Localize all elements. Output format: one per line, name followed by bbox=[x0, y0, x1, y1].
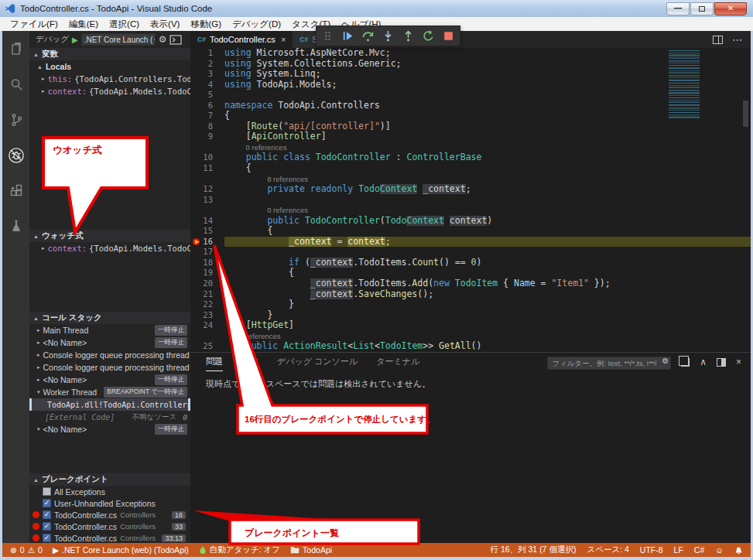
gutter[interactable]: 22 bbox=[190, 299, 224, 310]
menu-item[interactable]: 移動(G) bbox=[185, 18, 227, 31]
indentation[interactable]: スペース: 4 bbox=[587, 545, 628, 555]
test-explorer-icon[interactable] bbox=[8, 218, 25, 235]
gutter[interactable] bbox=[190, 142, 224, 153]
close-panel-icon[interactable]: × bbox=[736, 357, 741, 367]
close-tab-icon[interactable]: × bbox=[279, 35, 286, 44]
menu-item[interactable]: 編集(E) bbox=[63, 18, 104, 31]
gutter[interactable]: 21 bbox=[190, 289, 224, 300]
tab-todocontroller[interactable]: C# TodoController.cs × bbox=[190, 31, 293, 48]
search-icon[interactable] bbox=[8, 76, 25, 93]
gutter[interactable]: 4 bbox=[190, 80, 224, 90]
gutter[interactable]: 6 bbox=[190, 101, 224, 111]
panel-tab-出力[interactable]: 出力 bbox=[241, 353, 258, 371]
problems-status[interactable]: ⊗0⚠0 bbox=[10, 545, 43, 555]
editor-scrollbar[interactable] bbox=[743, 101, 748, 127]
gutter[interactable]: 25 bbox=[190, 341, 224, 352]
explorer-icon[interactable] bbox=[8, 40, 25, 57]
gutter[interactable]: 11 bbox=[190, 163, 224, 174]
callstack-thread[interactable]: ▸<No Name>一時停止 bbox=[29, 336, 190, 349]
minimap[interactable] bbox=[669, 50, 700, 118]
stack-frame[interactable]: TodoApi.dll!TodoApi.Controllers.TodoCo bbox=[29, 398, 190, 411]
restart-icon[interactable] bbox=[423, 30, 434, 42]
maximize-panel-icon[interactable]: ∧ bbox=[700, 357, 707, 367]
gutter[interactable]: 10 bbox=[190, 152, 224, 163]
close-button[interactable]: ✕ bbox=[714, 2, 747, 15]
gutter[interactable]: 1 bbox=[190, 48, 224, 59]
source-control-icon[interactable] bbox=[8, 111, 25, 128]
breakpoint-row[interactable]: ✓TodoController.csControllers33:13 bbox=[29, 532, 190, 543]
callstack-thread[interactable]: ▸Main Thread一時停止 bbox=[29, 324, 190, 336]
gutter[interactable]: 19 bbox=[190, 268, 224, 278]
variables-section-header[interactable]: ▲変数 bbox=[29, 48, 190, 60]
encoding[interactable]: UTF-8 bbox=[640, 545, 663, 555]
breakpoint-row[interactable]: All Exceptions bbox=[29, 486, 190, 497]
gutter[interactable]: 23 bbox=[190, 310, 224, 321]
eol[interactable]: LF bbox=[674, 545, 683, 555]
gutter[interactable]: 13 bbox=[190, 195, 224, 206]
variable-row[interactable]: ▸context:{TodoApi.Models.TodoContext} bbox=[29, 85, 190, 97]
panel-tab-ターミナル[interactable]: ターミナル bbox=[376, 353, 419, 371]
debug-icon[interactable] bbox=[8, 147, 25, 164]
notifications-bell-icon[interactable] bbox=[734, 545, 743, 555]
breakpoint-checkbox[interactable]: ✓ bbox=[43, 534, 51, 542]
maximize-button[interactable] bbox=[690, 2, 714, 15]
panel-tab-デバッグ コンソール[interactable]: デバッグ コンソール bbox=[277, 353, 358, 371]
drag-handle-icon[interactable] bbox=[322, 30, 334, 42]
minimize-button[interactable]: — bbox=[666, 2, 690, 15]
gutter[interactable] bbox=[190, 331, 224, 342]
gutter[interactable]: 12 bbox=[190, 184, 224, 195]
filter-input[interactable] bbox=[547, 357, 671, 370]
continue-icon[interactable] bbox=[342, 30, 354, 42]
stop-icon[interactable] bbox=[443, 30, 454, 42]
breakpoint-row[interactable]: ✓TodoController.csControllers16 bbox=[29, 509, 190, 521]
gutter[interactable]: 7 bbox=[190, 111, 224, 121]
step-over-icon[interactable] bbox=[362, 30, 374, 42]
gutter[interactable]: 24 bbox=[190, 320, 224, 331]
more-actions-icon[interactable]: ⋯ bbox=[732, 34, 743, 46]
gutter[interactable]: 9 bbox=[190, 131, 224, 142]
configure-gear-icon[interactable]: ⚙ bbox=[159, 34, 167, 45]
launch-config-select[interactable]: .NET Core Launch ( ▼ bbox=[81, 33, 156, 46]
locals-scope-row[interactable]: ▲Locals bbox=[29, 60, 190, 73]
watch-section-header[interactable]: ▲ウォッチ式 bbox=[29, 230, 190, 242]
step-out-icon[interactable] bbox=[402, 30, 414, 42]
menu-item[interactable]: 表示(V) bbox=[145, 18, 185, 31]
extensions-icon[interactable] bbox=[8, 183, 25, 200]
breakpoint-checkbox[interactable]: ✓ bbox=[43, 499, 51, 507]
menu-item[interactable]: デバッグ(D) bbox=[227, 18, 286, 31]
gutter[interactable] bbox=[190, 205, 224, 216]
gutter[interactable]: 20 bbox=[190, 278, 224, 289]
callstack-thread[interactable]: ▾<No Name>一時停止 bbox=[29, 423, 190, 435]
callstack-thread[interactable]: ▸Console logger queue processing thread一… bbox=[29, 349, 190, 361]
gutter[interactable]: 17 bbox=[190, 247, 224, 258]
breakpoint-row[interactable]: ✓TodoController.csControllers33 bbox=[29, 521, 190, 532]
split-editor-icon[interactable] bbox=[713, 36, 723, 44]
copy-icon[interactable] bbox=[681, 358, 690, 367]
filter-icon[interactable]: ⚙ bbox=[662, 357, 669, 365]
watch-row[interactable]: ▸context:{TodoApi.Models.TodoContext} bbox=[29, 242, 190, 254]
panel-position-icon[interactable] bbox=[717, 358, 726, 367]
menu-item[interactable]: 選択(C) bbox=[104, 18, 145, 31]
callstack-section-header[interactable]: ▲コール スタック bbox=[29, 312, 190, 324]
gutter[interactable]: 14 bbox=[190, 216, 224, 227]
menu-item[interactable]: ファイル(F) bbox=[5, 18, 63, 31]
language-mode[interactable]: C# bbox=[694, 545, 704, 555]
gutter[interactable]: ▶16 bbox=[190, 237, 224, 248]
gutter[interactable]: 18 bbox=[190, 258, 224, 268]
start-debugging-icon[interactable]: ▶ bbox=[72, 36, 78, 44]
gutter[interactable]: 2 bbox=[190, 59, 224, 70]
feedback-smiley-icon[interactable]: ☺ bbox=[715, 545, 724, 555]
breakpoint-checkbox[interactable] bbox=[43, 487, 51, 496]
gutter[interactable]: 15 bbox=[190, 226, 224, 237]
auto-attach-status[interactable]: 自動アタッチ: オフ bbox=[199, 545, 280, 555]
breakpoint-row[interactable]: ✓User-Unhandled Exceptions bbox=[29, 497, 190, 509]
code-editor[interactable]: 1using Microsoft.AspNetCore.Mvc;2using S… bbox=[190, 48, 751, 352]
gutter[interactable]: 8 bbox=[190, 121, 224, 132]
gutter[interactable]: 3 bbox=[190, 69, 224, 80]
variable-row[interactable]: ▸this:{TodoApi.Controllers.TodoContro... bbox=[29, 73, 190, 85]
launch-status[interactable]: ▶.NET Core Launch (web) (TodoApi) bbox=[53, 545, 189, 555]
panel-tab-問題[interactable]: 問題 bbox=[206, 353, 223, 371]
debug-console-icon[interactable] bbox=[169, 35, 182, 45]
external-code-row[interactable]: [External Code]不明なソース0 bbox=[29, 411, 190, 423]
gutter[interactable]: 5 bbox=[190, 90, 224, 101]
